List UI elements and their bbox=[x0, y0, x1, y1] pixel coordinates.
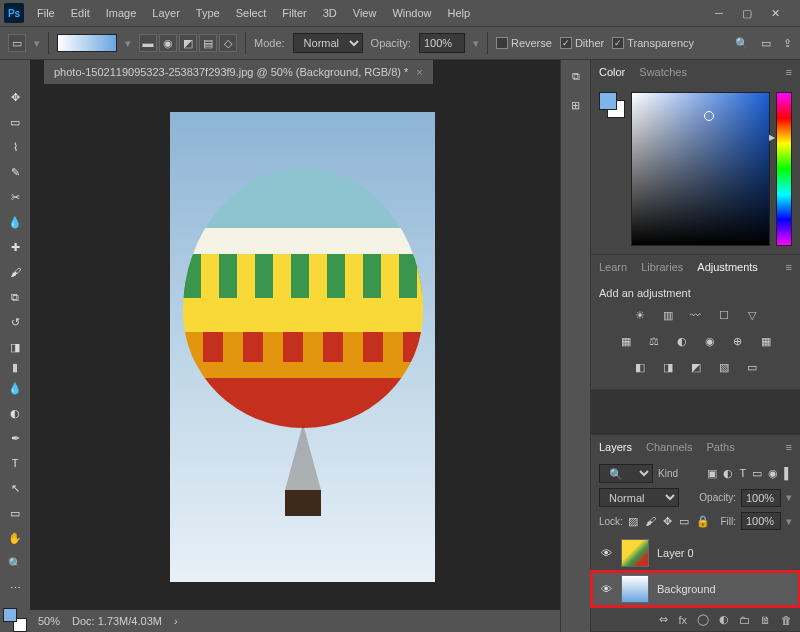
tool-preset-picker[interactable]: ▭ bbox=[8, 34, 26, 52]
search-icon[interactable]: 🔍 bbox=[735, 37, 749, 50]
panel-menu-icon[interactable]: ≡ bbox=[786, 441, 792, 453]
history-brush-tool[interactable]: ↺ bbox=[3, 311, 27, 333]
layer-thumbnail[interactable] bbox=[621, 575, 649, 603]
gradient-angle-icon[interactable]: ◩ bbox=[179, 34, 197, 52]
properties-icon[interactable]: ⊞ bbox=[571, 99, 580, 112]
fill-input[interactable] bbox=[741, 512, 781, 530]
color-balance-icon[interactable]: ⚖ bbox=[645, 333, 663, 349]
tab-color[interactable]: Color bbox=[599, 66, 625, 78]
gradient-map-icon[interactable]: ▭ bbox=[743, 359, 761, 375]
bw-icon[interactable]: ◐ bbox=[673, 333, 691, 349]
lock-position-icon[interactable]: ✥ bbox=[663, 515, 672, 528]
filter-pixel-icon[interactable]: ▣ bbox=[707, 467, 717, 480]
selective-color-icon[interactable]: ▧ bbox=[715, 359, 733, 375]
shape-tool[interactable]: ▭ bbox=[3, 502, 27, 524]
history-icon[interactable]: ⧉ bbox=[572, 70, 580, 83]
tab-libraries[interactable]: Libraries bbox=[641, 261, 683, 273]
lock-all-icon[interactable]: 🔒 bbox=[696, 515, 710, 528]
menu-help[interactable]: Help bbox=[441, 4, 478, 22]
channel-mixer-icon[interactable]: ⊕ bbox=[729, 333, 747, 349]
menu-window[interactable]: Window bbox=[385, 4, 438, 22]
path-select-tool[interactable]: ↖ bbox=[3, 477, 27, 499]
menu-select[interactable]: Select bbox=[229, 4, 274, 22]
layer-mask-icon[interactable]: ◯ bbox=[697, 613, 709, 626]
posterize-icon[interactable]: ◨ bbox=[659, 359, 677, 375]
layer-blend-mode[interactable]: Normal bbox=[599, 488, 679, 507]
lookup-icon[interactable]: ▦ bbox=[757, 333, 775, 349]
menu-type[interactable]: Type bbox=[189, 4, 227, 22]
layer-filter-kind[interactable]: 🔍 bbox=[599, 464, 653, 483]
workspace-icon[interactable]: ▭ bbox=[761, 37, 771, 50]
healing-tool[interactable]: ✚ bbox=[3, 236, 27, 258]
type-tool[interactable]: T bbox=[3, 452, 27, 474]
lock-transparency-icon[interactable]: ▨ bbox=[628, 515, 638, 528]
hue-sat-icon[interactable]: ▦ bbox=[617, 333, 635, 349]
quick-select-tool[interactable]: ✎ bbox=[3, 161, 27, 183]
close-tab-icon[interactable]: × bbox=[416, 66, 422, 78]
edit-toolbar[interactable]: ⋯ bbox=[3, 577, 27, 599]
levels-icon[interactable]: ▥ bbox=[659, 307, 677, 323]
color-field[interactable] bbox=[631, 92, 770, 246]
layer-item-background[interactable]: 👁 Background bbox=[591, 571, 800, 607]
photo-filter-icon[interactable]: ◉ bbox=[701, 333, 719, 349]
link-layers-icon[interactable]: ⇔ bbox=[659, 613, 668, 626]
eraser-tool[interactable]: ◨ bbox=[3, 336, 27, 358]
share-icon[interactable]: ⇪ bbox=[783, 37, 792, 50]
dodge-tool[interactable]: ◐ bbox=[3, 402, 27, 424]
delete-layer-icon[interactable]: 🗑 bbox=[781, 614, 792, 626]
layer-item[interactable]: 👁 Layer 0 bbox=[591, 535, 800, 571]
layer-opacity-input[interactable] bbox=[741, 489, 781, 507]
tab-swatches[interactable]: Swatches bbox=[639, 66, 687, 78]
filter-toggle-icon[interactable]: ▌ bbox=[784, 467, 792, 480]
zoom-value[interactable]: 50% bbox=[38, 615, 60, 627]
status-arrow-icon[interactable]: › bbox=[174, 615, 178, 627]
vibrance-icon[interactable]: ▽ bbox=[743, 307, 761, 323]
pen-tool[interactable]: ✒ bbox=[3, 427, 27, 449]
brush-tool[interactable]: 🖌 bbox=[3, 261, 27, 283]
tab-paths[interactable]: Paths bbox=[707, 441, 735, 453]
new-layer-icon[interactable]: 🗎 bbox=[760, 614, 771, 626]
hue-slider[interactable] bbox=[776, 92, 792, 246]
gradient-tool[interactable]: ▮ bbox=[12, 361, 18, 374]
lasso-tool[interactable]: ⌇ bbox=[3, 136, 27, 158]
blend-mode-select[interactable]: Normal bbox=[293, 33, 363, 53]
visibility-toggle-icon[interactable]: 👁 bbox=[599, 547, 613, 559]
filter-smart-icon[interactable]: ◉ bbox=[768, 467, 778, 480]
menu-edit[interactable]: Edit bbox=[64, 4, 97, 22]
blur-tool[interactable]: 💧 bbox=[3, 377, 27, 399]
maximize-button[interactable]: ▢ bbox=[740, 6, 754, 20]
filter-shape-icon[interactable]: ▭ bbox=[752, 467, 762, 480]
stamp-tool[interactable]: ⧉ bbox=[3, 286, 27, 308]
close-button[interactable]: ✕ bbox=[768, 6, 782, 20]
brightness-icon[interactable]: ☀ bbox=[631, 307, 649, 323]
layer-name[interactable]: Layer 0 bbox=[657, 547, 694, 559]
foreground-background-colors[interactable] bbox=[3, 608, 27, 632]
crop-tool[interactable]: ✂ bbox=[3, 186, 27, 208]
menu-layer[interactable]: Layer bbox=[145, 4, 187, 22]
gradient-radial-icon[interactable]: ◉ bbox=[159, 34, 177, 52]
gradient-diamond-icon[interactable]: ◇ bbox=[219, 34, 237, 52]
panel-menu-icon[interactable]: ≡ bbox=[786, 261, 792, 273]
exposure-icon[interactable]: ☐ bbox=[715, 307, 733, 323]
tab-learn[interactable]: Learn bbox=[599, 261, 627, 273]
menu-view[interactable]: View bbox=[346, 4, 384, 22]
gradient-reflected-icon[interactable]: ▤ bbox=[199, 34, 217, 52]
tab-channels[interactable]: Channels bbox=[646, 441, 692, 453]
gradient-preview[interactable] bbox=[57, 34, 117, 52]
eyedropper-tool[interactable]: 💧 bbox=[3, 211, 27, 233]
lock-artboard-icon[interactable]: ▭ bbox=[679, 515, 689, 528]
transparency-checkbox[interactable]: Transparency bbox=[612, 37, 694, 49]
lock-image-icon[interactable]: 🖌 bbox=[645, 515, 656, 528]
menu-3d[interactable]: 3D bbox=[316, 4, 344, 22]
threshold-icon[interactable]: ◩ bbox=[687, 359, 705, 375]
document-tab[interactable]: photo-1502119095323-253837f293f9.jpg @ 5… bbox=[44, 60, 433, 84]
filter-type-icon[interactable]: T bbox=[739, 467, 746, 480]
doc-size[interactable]: Doc: 1.73M/4.03M bbox=[72, 615, 162, 627]
tab-layers[interactable]: Layers bbox=[599, 441, 632, 453]
marquee-tool[interactable]: ▭ bbox=[3, 111, 27, 133]
hand-tool[interactable]: ✋ bbox=[3, 527, 27, 549]
dither-checkbox[interactable]: Dither bbox=[560, 37, 604, 49]
invert-icon[interactable]: ◧ bbox=[631, 359, 649, 375]
foreground-color[interactable] bbox=[3, 608, 17, 622]
new-group-icon[interactable]: 🗀 bbox=[739, 614, 750, 626]
